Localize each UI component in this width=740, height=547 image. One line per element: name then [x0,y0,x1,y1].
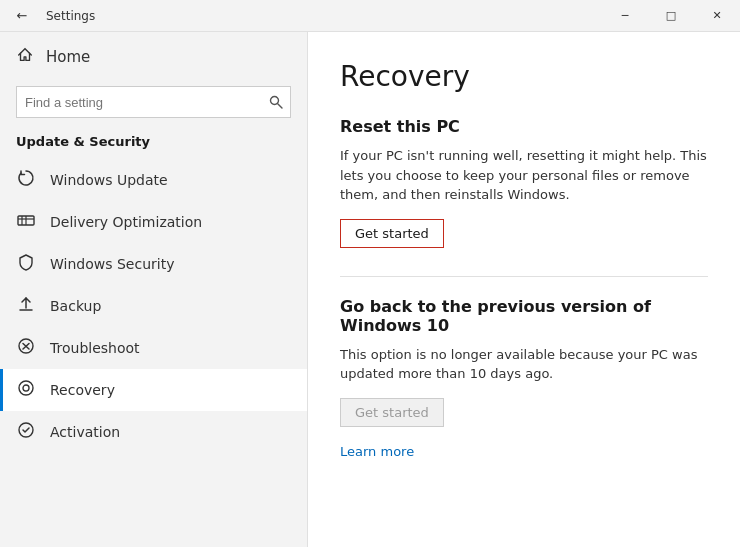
sidebar-section-title: Update & Security [0,130,307,159]
sidebar-item-troubleshoot[interactable]: Troubleshoot [0,327,307,369]
home-label: Home [46,48,90,66]
reset-pc-get-started-button[interactable]: Get started [340,219,444,248]
learn-more-link[interactable]: Learn more [340,444,414,459]
activation-icon [16,421,36,443]
sidebar-item-label: Delivery Optimization [50,214,202,230]
windows-update-icon [16,169,36,191]
sidebar-item-windows-security[interactable]: Windows Security [0,243,307,285]
sidebar-item-label: Activation [50,424,120,440]
reset-pc-description: If your PC isn't running well, resetting… [340,146,708,205]
titlebar-title: Settings [46,9,95,23]
sidebar-item-activation[interactable]: Activation [0,411,307,453]
sidebar-item-label: Troubleshoot [50,340,140,356]
backup-icon [16,295,36,317]
titlebar-controls: ─ □ ✕ [602,0,740,32]
reset-pc-title: Reset this PC [340,117,708,136]
recovery-icon [16,379,36,401]
search-button[interactable] [261,86,291,118]
svg-point-11 [19,381,33,395]
search-input[interactable] [16,86,291,118]
sidebar-item-label: Windows Update [50,172,168,188]
go-back-title: Go back to the previous version of Windo… [340,297,708,335]
sidebar-item-windows-update[interactable]: Windows Update [0,159,307,201]
search-icon [269,95,283,109]
sidebar-item-home[interactable]: Home [0,32,307,82]
close-button[interactable]: ✕ [694,0,740,32]
go-back-get-started-button: Get started [340,398,444,427]
back-button[interactable]: ← [8,2,36,30]
content-area: Recovery Reset this PC If your PC isn't … [308,32,740,547]
restore-button[interactable]: □ [648,0,694,32]
app-body: Home Update & Security Windows Update [0,32,740,547]
titlebar: ← Settings ─ □ ✕ [0,0,740,32]
section-divider [340,276,708,277]
back-icon: ← [17,8,28,23]
search-box [16,86,291,118]
windows-security-icon [16,253,36,275]
minimize-button[interactable]: ─ [602,0,648,32]
delivery-optimization-icon [16,211,36,233]
page-title: Recovery [340,60,708,93]
titlebar-left: ← Settings [8,2,95,30]
svg-point-12 [23,385,29,391]
sidebar-item-backup[interactable]: Backup [0,285,307,327]
svg-line-1 [278,104,282,108]
reset-pc-section: Reset this PC If your PC isn't running w… [340,117,708,276]
sidebar: Home Update & Security Windows Update [0,32,308,547]
go-back-section: Go back to the previous version of Windo… [340,297,708,460]
sidebar-item-label: Windows Security [50,256,174,272]
sidebar-item-recovery[interactable]: Recovery [0,369,307,411]
sidebar-item-label: Recovery [50,382,115,398]
sidebar-item-delivery-optimization[interactable]: Delivery Optimization [0,201,307,243]
go-back-description: This option is no longer available becau… [340,345,708,384]
sidebar-item-label: Backup [50,298,101,314]
troubleshoot-icon [16,337,36,359]
home-icon [16,46,34,68]
